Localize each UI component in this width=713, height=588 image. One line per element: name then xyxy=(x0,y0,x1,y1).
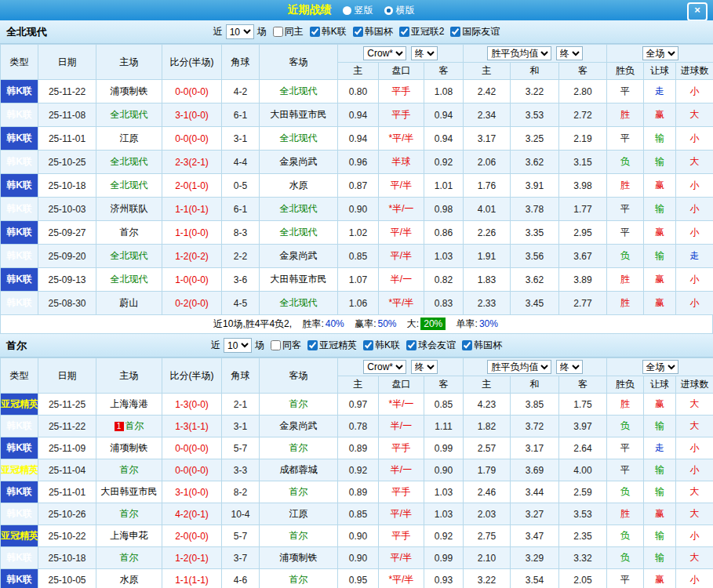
away-odds-cell: 0.99 xyxy=(424,547,464,569)
league-checkbox[interactable] xyxy=(363,340,373,350)
scope-header: 全场 xyxy=(607,45,713,63)
avg-draw-cell: 3.54 xyxy=(511,569,559,588)
match-count-select[interactable]: 10 xyxy=(226,24,254,39)
avg-win-cell: 1.79 xyxy=(464,459,511,481)
league-cell: 亚冠精英 xyxy=(1,459,38,481)
avg-source-select[interactable]: 胜平负均值 xyxy=(487,360,551,374)
same-venue-label: 同客 xyxy=(282,339,301,352)
away-odds-cell: 1.03 xyxy=(424,503,464,525)
result-wdl-cell: 负 xyxy=(607,525,644,547)
odds-final-select[interactable]: 终 xyxy=(411,46,438,60)
result-wdl-cell: 平 xyxy=(607,569,644,588)
odds-source-select[interactable]: Crow* xyxy=(363,360,406,374)
league-filter-2[interactable]: 球会友谊 xyxy=(406,339,456,352)
away-team-cell: 金泉尚武 xyxy=(260,416,338,437)
avg-source-select[interactable]: 胜平负均值 xyxy=(487,46,551,60)
avg-final-select[interactable]: 终 xyxy=(556,360,583,374)
avg-win-cell: 1.91 xyxy=(464,245,511,268)
match-row: 韩K联25-11-09浦项制铁0-0(0-0)5-7首尔0.89平手0.992.… xyxy=(1,437,713,459)
league-filter-3[interactable]: 韩国杯 xyxy=(462,339,502,352)
avg-win-cell: 2.34 xyxy=(464,103,511,127)
score-cell: 0-0(0-0) xyxy=(162,80,222,103)
col-result-goals: 进球数 xyxy=(676,376,713,394)
result-handicap-cell: 赢 xyxy=(644,569,676,588)
avg-lose-cell: 3.32 xyxy=(559,547,607,569)
league-checkbox[interactable] xyxy=(310,27,320,37)
team-name: 全北现代 xyxy=(6,25,47,39)
match-count-select[interactable]: 10 xyxy=(224,338,252,353)
result-goals-cell: 小 xyxy=(676,80,713,103)
title-bar: 近期战绩 竖版 横版 × xyxy=(0,0,713,20)
home-team-name: 首尔 xyxy=(120,552,139,563)
league-filter-3[interactable]: 国际友谊 xyxy=(450,25,500,38)
rank-badge: 1 xyxy=(115,422,124,431)
league-filter-1[interactable]: 韩国杯 xyxy=(353,25,393,38)
handicap-cell: *半/一 xyxy=(379,394,424,416)
result-goals-cell: 大 xyxy=(676,503,713,525)
matches-table: 类型 日期 主场 比分(半场) 角球 客场 Crow* 终 胜平负均值 终 xyxy=(0,358,713,588)
avg-win-cell: 2.75 xyxy=(464,525,511,547)
avg-lose-cell: 3.89 xyxy=(559,268,607,292)
league-checkbox[interactable] xyxy=(406,340,417,350)
league-cell: 韩K联 xyxy=(1,198,38,221)
away-team-cell: 首尔 xyxy=(260,481,338,503)
league-checkbox[interactable] xyxy=(462,340,472,350)
score-cell: 0-0(0-0) xyxy=(162,459,222,481)
league-cell: 韩K联 xyxy=(1,245,38,268)
handicap-cell: 平手 xyxy=(379,525,424,547)
same-venue-filter[interactable]: 同客 xyxy=(271,339,301,352)
corner-cell: 6-1 xyxy=(222,198,260,221)
col-avg-win: 主 xyxy=(464,63,511,80)
horizontal-mode-radio[interactable]: 横版 xyxy=(384,4,415,17)
corner-cell: 0-5 xyxy=(222,174,260,198)
corner-cell: 5-7 xyxy=(222,525,260,547)
league-filter-label: 亚冠精英 xyxy=(319,339,357,352)
date-cell: 25-10-18 xyxy=(38,174,96,198)
match-row: 韩K联25-11-01大田韩亚市民3-1(0-0)8-2首尔0.89平手1.03… xyxy=(1,481,713,503)
away-team-cell: 大田韩亚市民 xyxy=(260,268,338,292)
scope-select[interactable]: 全场 xyxy=(642,46,678,60)
away-team-cell: 首尔 xyxy=(260,569,338,588)
avg-lose-cell: 2.95 xyxy=(559,221,607,245)
handicap-cell: 平手 xyxy=(379,80,424,103)
avg-win-cell: 1.76 xyxy=(464,174,511,198)
date-cell: 25-10-18 xyxy=(38,547,96,569)
home-odds-cell: 0.94 xyxy=(338,103,379,127)
result-goals-cell: 小 xyxy=(676,268,713,292)
same-venue-checkbox[interactable] xyxy=(271,340,281,350)
avg-lose-cell: 2.05 xyxy=(559,569,607,588)
league-filter-2[interactable]: 亚冠联2 xyxy=(399,25,445,38)
col-home: 主场 xyxy=(96,358,162,394)
home-odds-cell: 0.89 xyxy=(338,437,379,459)
handicap-cell: 平手 xyxy=(379,103,424,127)
league-filter-0[interactable]: 亚冠精英 xyxy=(307,339,357,352)
vertical-mode-radio[interactable]: 竖版 xyxy=(343,4,373,17)
scope-select[interactable]: 全场 xyxy=(642,360,678,374)
odds-final-select[interactable]: 终 xyxy=(411,360,438,374)
same-venue-filter[interactable]: 同主 xyxy=(273,25,304,38)
league-filter-label: 韩K联 xyxy=(375,339,400,352)
corner-cell: 3-7 xyxy=(222,547,260,569)
col-avg-lose: 客 xyxy=(559,376,607,394)
result-wdl-cell: 平 xyxy=(607,127,644,151)
handicap-cell: *半/一 xyxy=(379,198,424,221)
odds-source-select[interactable]: Crow* xyxy=(363,46,406,60)
radio-unselected-icon[interactable] xyxy=(343,6,351,15)
date-cell: 25-10-22 xyxy=(38,525,96,547)
league-checkbox[interactable] xyxy=(450,27,460,37)
same-venue-checkbox[interactable] xyxy=(273,27,283,37)
result-goals-cell: 大 xyxy=(676,416,713,437)
league-filter-0[interactable]: 韩K联 xyxy=(310,25,347,38)
score-cell: 0-0(0-0) xyxy=(162,437,222,459)
date-cell: 25-11-22 xyxy=(38,416,96,437)
close-button[interactable]: × xyxy=(687,2,708,21)
avg-win-cell: 3.17 xyxy=(464,127,511,151)
league-checkbox[interactable] xyxy=(353,27,363,37)
result-handicap-cell: 输 xyxy=(644,151,676,174)
league-cell: 韩K联 xyxy=(1,437,38,459)
league-checkbox[interactable] xyxy=(399,27,409,37)
league-checkbox[interactable] xyxy=(307,340,318,350)
avg-final-select[interactable]: 终 xyxy=(556,46,583,60)
league-filter-1[interactable]: 韩K联 xyxy=(363,339,400,352)
radio-selected-icon[interactable] xyxy=(384,6,393,15)
